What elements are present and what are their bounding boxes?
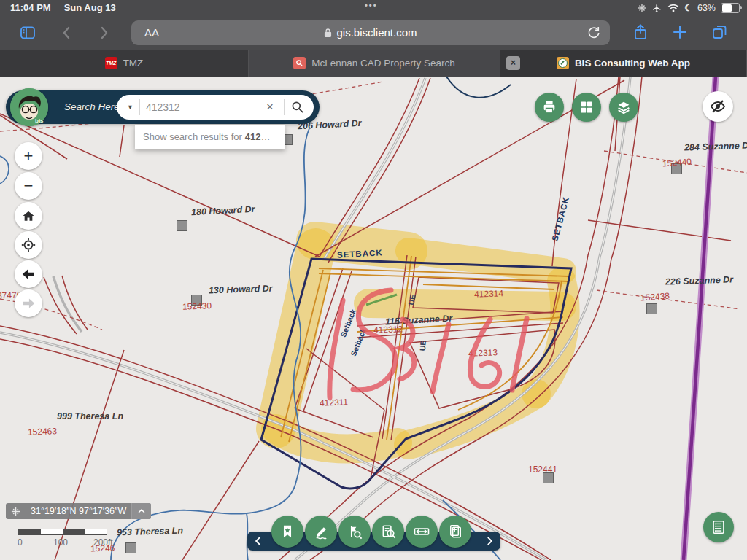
map-linework — [0, 77, 747, 560]
app-switcher-dots: ••• — [365, 1, 378, 9]
search-records-button[interactable] — [372, 516, 404, 548]
safari-toolbar: AA gis.bisclient.com — [0, 16, 747, 50]
identify-button[interactable] — [338, 516, 371, 548]
legend-button[interactable] — [703, 512, 734, 542]
lock-icon — [324, 28, 332, 38]
plus-icon: + — [24, 147, 34, 166]
moon-icon: ☾ — [684, 3, 692, 13]
tab-mclennan-cad[interactable]: McLennan CAD Property Search — [249, 50, 500, 77]
search-suggestion[interactable]: Show search results for 412 … — [135, 125, 285, 149]
measure-button[interactable] — [406, 516, 438, 548]
print-icon — [541, 99, 557, 115]
locate-button[interactable] — [15, 231, 42, 259]
bookmark-icon — [279, 524, 295, 540]
tab-label: TMZ — [123, 58, 144, 69]
layers-button[interactable] — [609, 93, 638, 122]
status-bar: 11:04 PMSun Aug 13 ••• ☾ 63% — [0, 0, 747, 16]
hide-ui-button[interactable] — [703, 91, 733, 122]
scale-tick: 100 — [53, 537, 68, 548]
search-favicon-icon — [293, 57, 306, 69]
basemap-button[interactable] — [572, 93, 601, 122]
date: Sun Aug 13 — [64, 2, 116, 13]
arrow-right-icon — [20, 295, 36, 311]
suggestion-term: 412 — [245, 131, 261, 142]
stream-dark — [446, 77, 511, 98]
layers-icon — [616, 99, 632, 115]
arrow-left-icon — [20, 266, 36, 282]
next-extent-button[interactable] — [15, 289, 42, 317]
bis-favicon-icon — [557, 57, 569, 69]
url-text[interactable]: gis.bisclient.com — [131, 26, 610, 39]
scale-bar — [18, 529, 107, 535]
eye-off-icon — [709, 98, 727, 115]
bis-avatar[interactable]: bis — [10, 88, 48, 126]
tab-label: BIS Consulting Web App — [575, 58, 690, 69]
chevron-down-icon[interactable]: ▼ — [127, 104, 133, 111]
tab-bis-consulting[interactable]: × BIS Consulting Web App — [500, 50, 747, 77]
add-data-button[interactable] — [439, 516, 471, 548]
print-button[interactable] — [535, 93, 564, 122]
toolbar-prev-icon[interactable] — [253, 536, 263, 546]
scale-tick: 200ft — [93, 537, 113, 548]
close-tab-icon[interactable]: × — [506, 56, 520, 70]
coordinate-readout: 31°19′18″N 97°17′36″W — [6, 503, 151, 519]
identify-icon — [347, 524, 363, 540]
bookmarks-button[interactable] — [271, 516, 303, 548]
search-input[interactable]: ▼ 412312 × — [117, 95, 314, 120]
crosshair-icon[interactable] — [6, 503, 26, 519]
divider — [284, 99, 285, 115]
chevron-up-icon[interactable] — [131, 503, 151, 519]
forward-icon[interactable] — [95, 24, 112, 42]
draw-button[interactable] — [305, 516, 337, 548]
locate-icon — [20, 237, 36, 253]
search-document-icon — [380, 524, 397, 540]
tab-label: McLennan CAD Property Search — [311, 58, 455, 69]
clock: 11:04 PM — [10, 2, 51, 13]
bis-mascot-icon: bis — [10, 88, 48, 126]
toolbar-next-icon[interactable] — [484, 536, 495, 546]
add-document-icon — [447, 524, 464, 540]
sidebar-icon[interactable] — [19, 24, 36, 42]
search-icon[interactable] — [290, 100, 305, 114]
reload-icon[interactable] — [587, 26, 601, 40]
address-bar[interactable]: AA gis.bisclient.com — [131, 20, 610, 45]
map-canvas[interactable]: 206 Howard Dr29180 Howard Dr130 Howard D… — [0, 77, 747, 560]
scale-tick: 0 — [18, 537, 23, 548]
measure-icon — [413, 523, 430, 540]
share-icon[interactable] — [632, 23, 649, 41]
back-icon[interactable] — [58, 24, 76, 42]
activity-icon — [638, 4, 646, 12]
svg-text:bis: bis — [35, 117, 44, 124]
search-label: Search Here: — [64, 101, 123, 112]
suggestion-ellipsis: … — [261, 131, 271, 142]
tab-bar: TMZ TMZ McLennan CAD Property Search × B… — [0, 50, 747, 77]
tmz-favicon-icon: TMZ — [105, 57, 117, 69]
divider — [139, 99, 140, 115]
coordinates-value: 31°19′18″N 97°17′36″W — [26, 503, 131, 519]
wifi-icon — [667, 4, 679, 12]
home-icon — [21, 209, 36, 223]
suggestion-text: Show search results for — [143, 131, 242, 142]
minus-icon: − — [24, 176, 34, 195]
tabs-icon[interactable] — [711, 23, 728, 41]
zoom-out-button[interactable]: − — [15, 172, 42, 200]
airplane-icon — [651, 4, 662, 13]
zoom-in-button[interactable]: + — [15, 142, 42, 170]
new-tab-icon[interactable] — [671, 23, 689, 41]
grid-icon — [579, 100, 594, 114]
battery-percent: 63% — [697, 3, 716, 13]
previous-extent-button[interactable] — [15, 260, 42, 288]
purple-boundary — [684, 77, 716, 560]
home-button[interactable] — [15, 202, 42, 230]
draw-icon — [313, 524, 330, 540]
clear-search-icon[interactable]: × — [266, 100, 274, 114]
tab-tmz[interactable]: TMZ TMZ — [0, 50, 249, 77]
battery-icon — [721, 3, 740, 13]
search-value[interactable]: 412312 — [146, 101, 266, 113]
legend-icon — [711, 519, 727, 535]
